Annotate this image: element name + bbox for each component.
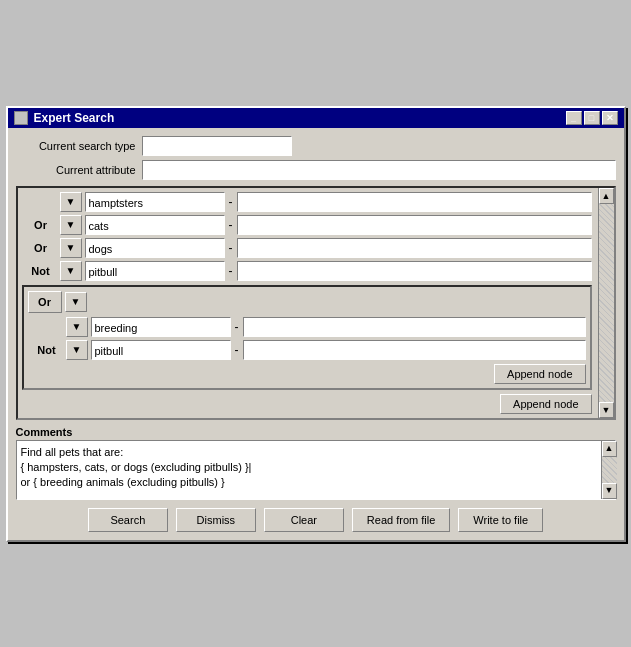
group-down-arrow-icon-2: ▼ (72, 344, 82, 355)
node-prefix-2: Or (22, 219, 60, 231)
comments-line-3: or { breeding animals (excluding pitbull… (21, 475, 595, 490)
group-node-extra-1[interactable] (243, 317, 586, 337)
node-term-4[interactable]: pitbull (85, 261, 225, 281)
node-row-1: ▼ hamptsters - (22, 192, 592, 212)
write-to-file-button[interactable]: Write to file (458, 508, 543, 532)
group-node-row-1: ▼ breeding - (28, 317, 586, 337)
expert-search-window: Expert Search _ □ ✕ Current search type … (6, 106, 626, 542)
outer-append-container: Append node (22, 394, 592, 414)
clear-button[interactable]: Clear (264, 508, 344, 532)
comments-label: Comments (16, 426, 616, 438)
attribute-input[interactable] (142, 160, 616, 180)
node-extra-3[interactable] (237, 238, 592, 258)
node-row-4: Not ▼ pitbull - (22, 261, 592, 281)
down-arrow-icon-1: ▼ (66, 196, 76, 207)
group-node-term-1[interactable]: breeding (91, 317, 231, 337)
scroll-down-icon: ▼ (602, 405, 611, 415)
comments-line-1: Find all pets that are: (21, 445, 595, 460)
search-button[interactable]: Search (88, 508, 168, 532)
group-node-dropdown-1[interactable]: ▼ (66, 317, 88, 337)
group-dropdown[interactable]: ▼ (65, 292, 87, 312)
search-content: ▼ hamptsters - Or ▼ cats - (22, 192, 592, 414)
maximize-button[interactable]: □ (584, 111, 600, 125)
minimize-icon: _ (571, 113, 576, 123)
node-dropdown-2[interactable]: ▼ (60, 215, 82, 235)
node-dropdown-4[interactable]: ▼ (60, 261, 82, 281)
scroll-up-icon: ▲ (602, 191, 611, 201)
comments-scroll-up-icon: ▲ (605, 442, 614, 455)
close-button[interactable]: ✕ (602, 111, 618, 125)
title-bar: Expert Search _ □ ✕ (8, 108, 624, 128)
group-or-button[interactable]: Or (28, 291, 62, 313)
title-bar-controls: _ □ ✕ (566, 111, 618, 125)
group-node-extra-2[interactable] (243, 340, 586, 360)
node-extra-1[interactable] (237, 192, 592, 212)
node-extra-4[interactable] (237, 261, 592, 281)
attribute-label: Current attribute (16, 164, 136, 176)
comments-scroll-up[interactable]: ▲ (602, 441, 617, 457)
node-term-2[interactable]: cats (85, 215, 225, 235)
close-icon: ✕ (606, 113, 614, 123)
node-extra-2[interactable] (237, 215, 592, 235)
comments-scroll-down[interactable]: ▼ (602, 483, 617, 499)
node-row-2: Or ▼ cats - (22, 215, 592, 235)
node-dash-2: - (229, 218, 233, 232)
search-type-row: Current search type (16, 136, 616, 156)
group-node-dash-2: - (235, 343, 239, 357)
comments-section: Comments Find all pets that are: { hamps… (16, 426, 616, 500)
comments-scroll-track[interactable] (602, 457, 617, 483)
group-down-arrow-icon-1: ▼ (72, 321, 82, 332)
node-term-3[interactable]: dogs (85, 238, 225, 258)
inner-append-container: Append node (28, 364, 586, 384)
maximize-icon: □ (589, 113, 594, 123)
comments-box: Find all pets that are: { hampsters, cat… (16, 440, 616, 500)
down-arrow-icon-4: ▼ (66, 265, 76, 276)
group-header: Or ▼ (28, 291, 586, 313)
search-nodes-area: ▲ ▼ ▼ hamptsters - (16, 186, 616, 420)
minimize-button[interactable]: _ (566, 111, 582, 125)
node-dash-1: - (229, 195, 233, 209)
node-dash-3: - (229, 241, 233, 255)
window-body: Current search type Current attribute ▲ … (8, 128, 624, 540)
main-scrollbar: ▲ ▼ (598, 188, 614, 418)
attribute-row: Current attribute (16, 160, 616, 180)
node-dropdown-1[interactable]: ▼ (60, 192, 82, 212)
group-box: Or ▼ ▼ breeding - (22, 285, 592, 390)
outer-append-button[interactable]: Append node (500, 394, 591, 414)
scroll-up-button[interactable]: ▲ (599, 188, 614, 204)
node-prefix-4: Not (22, 265, 60, 277)
group-node-dropdown-2[interactable]: ▼ (66, 340, 88, 360)
node-term-1[interactable]: hamptsters (85, 192, 225, 212)
window-title: Expert Search (34, 111, 115, 125)
node-row-3: Or ▼ dogs - (22, 238, 592, 258)
comments-scroll-down-icon: ▼ (605, 484, 614, 497)
comments-line-2: { hampsters, cats, or dogs (excluding pi… (21, 460, 595, 475)
comments-scrollbar: ▲ ▼ (601, 441, 615, 499)
group-node-dash-1: - (235, 320, 239, 334)
comments-content: Find all pets that are: { hampsters, cat… (21, 445, 595, 491)
window-icon (14, 111, 28, 125)
dismiss-button[interactable]: Dismiss (176, 508, 256, 532)
node-prefix-3: Or (22, 242, 60, 254)
node-dash-4: - (229, 264, 233, 278)
read-from-file-button[interactable]: Read from file (352, 508, 450, 532)
group-down-arrow-icon: ▼ (71, 296, 81, 307)
search-type-input[interactable] (142, 136, 292, 156)
inner-append-button[interactable]: Append node (494, 364, 585, 384)
footer-buttons: Search Dismiss Clear Read from file Writ… (16, 508, 616, 532)
group-node-row-2: Not ▼ pitbull - (28, 340, 586, 360)
search-type-label: Current search type (16, 140, 136, 152)
down-arrow-icon-2: ▼ (66, 219, 76, 230)
down-arrow-icon-3: ▼ (66, 242, 76, 253)
scroll-track[interactable] (599, 204, 614, 402)
scroll-down-button[interactable]: ▼ (599, 402, 614, 418)
group-node-prefix-2: Not (28, 344, 66, 356)
group-node-term-2[interactable]: pitbull (91, 340, 231, 360)
node-dropdown-3[interactable]: ▼ (60, 238, 82, 258)
